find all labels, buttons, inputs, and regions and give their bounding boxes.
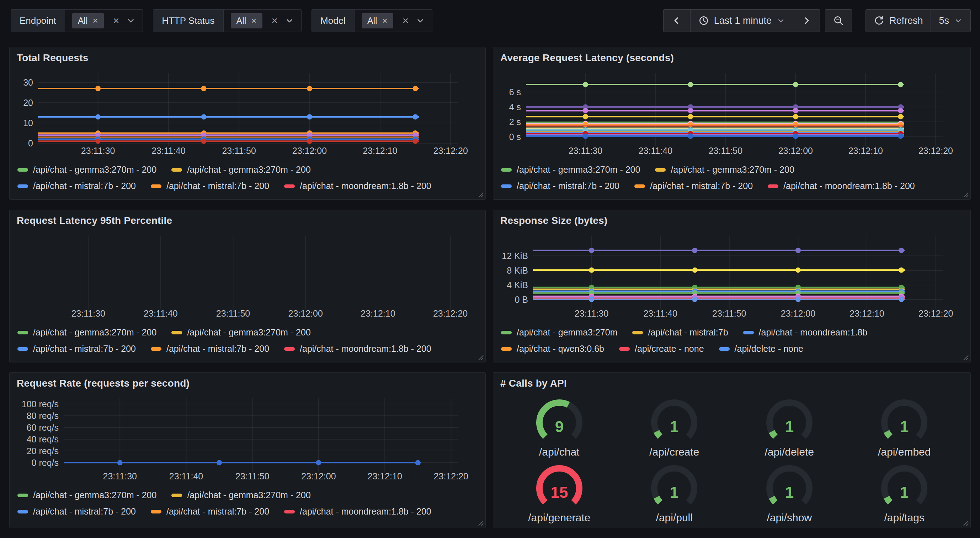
clear-icon[interactable]: ×: [272, 15, 278, 26]
legend-item[interactable]: /api/chat - moondream:1.8b - 200: [284, 181, 431, 191]
data-point: [793, 122, 798, 127]
legend-row: /api/chat - gemma3:270m - 200/api/chat -…: [18, 327, 311, 338]
filter-model-value[interactable]: All× ×: [355, 10, 433, 32]
y-axis-label: 0 B: [514, 295, 528, 305]
legend-item[interactable]: /api/chat - mistral:7b - 200: [151, 344, 269, 354]
y-axis-label: 2 s: [509, 117, 521, 127]
legend-swatch-icon: [18, 331, 28, 334]
legend-label: /api/chat - gemma3:270m - 200: [187, 327, 310, 338]
chevron-left-icon: [671, 15, 682, 26]
total-requests-chart[interactable]: 23:11:3023:11:4023:11:5023:12:0023:12:10…: [10, 47, 485, 199]
resize-handle-icon[interactable]: [961, 353, 969, 361]
legend-label: /api/chat - qwen3:0.6b: [517, 344, 604, 354]
gauge-label: /api/show: [767, 512, 812, 524]
gauge-arc: 1: [639, 459, 710, 512]
legend-swatch-icon: [18, 168, 28, 171]
data-point: [899, 297, 904, 302]
gauge-value: 1: [785, 418, 794, 435]
chevron-down-icon[interactable]: [416, 16, 425, 25]
refresh-button[interactable]: Refresh: [865, 9, 931, 32]
legend-label: /api/chat - mistral:7b - 200: [33, 181, 136, 191]
refresh-interval-button[interactable]: 5s: [931, 9, 971, 32]
x-axis-label: 23:11:40: [639, 146, 672, 156]
legend-item[interactable]: /api/chat - mistral:7b - 200: [18, 181, 136, 191]
legend-item[interactable]: /api/chat - gemma3:270m - 200: [172, 165, 310, 175]
legend-item[interactable]: /api/chat - mistral:7b - 200: [151, 181, 269, 191]
chevron-down-icon[interactable]: [285, 16, 294, 25]
resize-handle-icon[interactable]: [961, 519, 969, 527]
gauge-value: 1: [785, 484, 794, 501]
filter-http-status: HTTP Status All× ×: [153, 9, 302, 32]
filter-chip[interactable]: All×: [362, 13, 393, 29]
clear-icon[interactable]: ×: [113, 15, 119, 26]
gauge-value: 1: [900, 484, 908, 501]
chip-remove-icon[interactable]: ×: [382, 16, 388, 25]
legend-label: /api/chat - mistral:7b - 200: [166, 181, 269, 191]
filter-endpoint-value[interactable]: All× ×: [65, 10, 143, 32]
resize-handle-icon[interactable]: [961, 190, 969, 198]
legend-item[interactable]: /api/chat - gemma3:270m - 200: [501, 165, 640, 175]
legend-swatch-icon: [151, 347, 161, 351]
legend-item[interactable]: /api/chat - gemma3:270m - 200: [18, 327, 156, 338]
request-latency-95th-chart[interactable]: 23:11:3023:11:4023:11:5023:12:0023:12:10…: [10, 210, 485, 362]
legend-item[interactable]: /api/chat - mistral:7b - 200: [18, 506, 136, 517]
resize-handle-icon[interactable]: [476, 519, 484, 527]
gauge-label: /api/generate: [528, 512, 590, 524]
resize-handle-icon[interactable]: [476, 190, 484, 198]
zoom-out-button[interactable]: [825, 9, 852, 32]
panel-title[interactable]: # Calls by API: [500, 378, 567, 389]
legend-item[interactable]: /api/chat - qwen3:0.6b: [501, 344, 604, 354]
plot-area: 23:11:3023:11:4023:11:5023:12:0023:12:10…: [493, 210, 970, 362]
legend-item[interactable]: /api/chat - mistral:7b - 200: [151, 506, 269, 517]
clear-icon[interactable]: ×: [402, 15, 409, 26]
gauge-grid: 9/api/chat1/api/create1/api/delete1/api/…: [502, 393, 962, 524]
filter-chip[interactable]: All×: [231, 13, 262, 29]
legend-item[interactable]: /api/chat - mistral:7b - 200: [634, 181, 753, 191]
filter-http-status-value[interactable]: All× ×: [224, 10, 302, 32]
average-request-latency-chart[interactable]: 23:11:3023:11:4023:11:5023:12:0023:12:10…: [493, 47, 970, 199]
time-range-button[interactable]: Last 1 minute: [690, 9, 793, 32]
legend-item[interactable]: /api/create - none: [619, 344, 704, 354]
y-axis-label: 0 s: [509, 132, 521, 142]
legend-item[interactable]: /api/chat - gemma3:270m - 200: [655, 165, 794, 175]
legend-item[interactable]: /api/chat - gemma3:270m - 200: [18, 165, 156, 175]
data-point: [307, 86, 312, 91]
resize-handle-icon[interactable]: [476, 353, 484, 361]
y-axis-label: 0: [28, 138, 33, 148]
legend-swatch-icon: [284, 347, 295, 351]
time-back-button[interactable]: [663, 9, 690, 32]
legend-swatch-icon: [284, 184, 295, 188]
legend-item[interactable]: /api/chat - mistral:7b - 200: [501, 181, 619, 191]
y-axis-label: 0 req/s: [32, 458, 59, 468]
legend-item[interactable]: /api/chat - moondream:1.8b - 200: [284, 344, 431, 354]
data-point: [583, 133, 588, 138]
legend-label: /api/chat - gemma3:270m - 200: [33, 165, 156, 175]
chip-remove-icon[interactable]: ×: [251, 16, 256, 25]
chip-remove-icon[interactable]: ×: [92, 16, 98, 25]
time-forward-button[interactable]: [793, 9, 820, 32]
legend-item[interactable]: /api/chat - gemma3:270m - 200: [18, 490, 156, 500]
time-range-label: Last 1 minute: [714, 15, 772, 26]
legend-item[interactable]: /api/chat - mistral:7b - 200: [18, 344, 136, 354]
legend-item[interactable]: /api/delete - none: [719, 344, 803, 354]
refresh-group: Refresh 5s: [865, 9, 971, 32]
data-point: [793, 108, 798, 113]
x-axis-label: 23:12:00: [778, 146, 813, 156]
legend-item[interactable]: /api/chat - gemma3:270m: [501, 327, 617, 338]
legend-item[interactable]: /api/chat - moondream:1.8b - 200: [284, 506, 431, 517]
legend-swatch-icon: [18, 184, 28, 188]
x-axis-label: 23:12:10: [363, 146, 397, 156]
legend-item[interactable]: /api/chat - gemma3:270m - 200: [172, 490, 310, 500]
legend-item[interactable]: /api/chat - moondream:1.8b - 200: [768, 181, 915, 191]
chevron-down-icon[interactable]: [126, 16, 135, 25]
response-size-chart[interactable]: 23:11:3023:11:4023:11:5023:12:0023:12:10…: [493, 210, 970, 362]
request-rate-chart[interactable]: 23:11:3023:11:4023:11:5023:12:0023:12:10…: [10, 373, 485, 528]
legend-item[interactable]: /api/chat - mistral:7b: [632, 327, 728, 338]
y-axis-label: 6 s: [509, 87, 521, 97]
data-point: [95, 114, 101, 119]
filter-chip[interactable]: All×: [72, 13, 104, 29]
legend-swatch-icon: [501, 347, 512, 351]
legend-item[interactable]: /api/chat - moondream:1.8b: [743, 327, 868, 338]
legend-item[interactable]: /api/chat - gemma3:270m - 200: [172, 327, 310, 338]
x-axis-label: 23:11:50: [235, 471, 269, 481]
